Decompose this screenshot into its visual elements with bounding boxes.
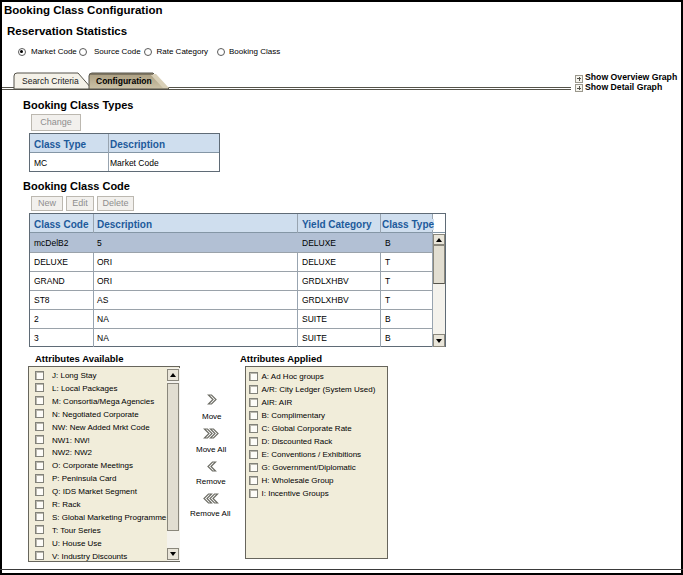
svg-text:Search Criteria: Search Criteria — [22, 76, 79, 86]
svg-text:Configuration: Configuration — [96, 76, 152, 86]
